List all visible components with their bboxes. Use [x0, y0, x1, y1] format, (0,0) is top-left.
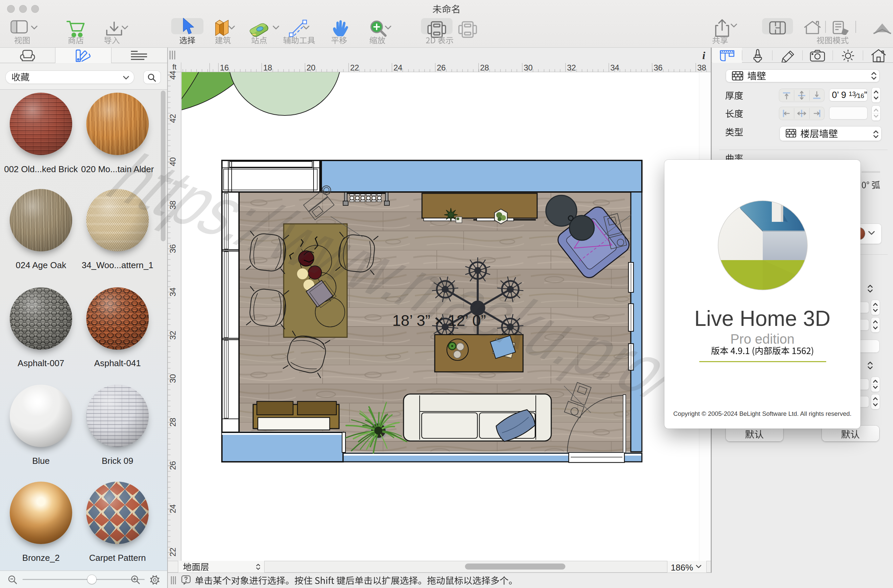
svg-text:18’ 3” × 12’ 0”: 18’ 3” × 12’ 0”	[392, 312, 486, 329]
